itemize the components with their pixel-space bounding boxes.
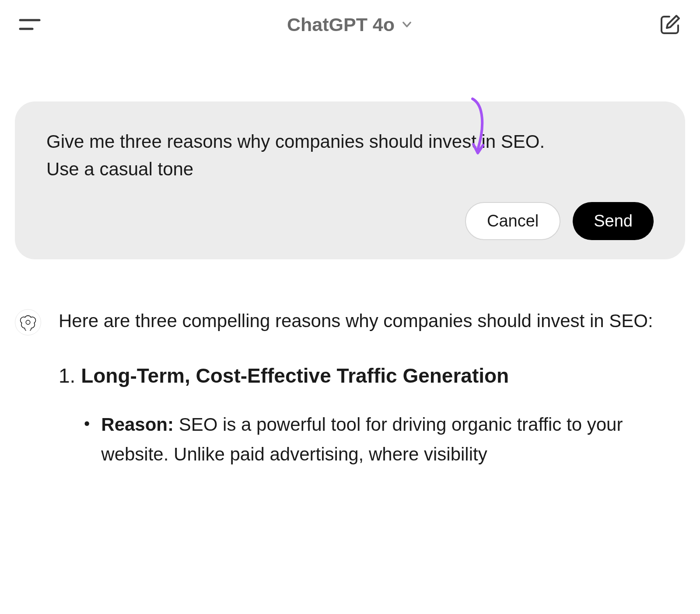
bullet-label: Reason: (101, 414, 174, 435)
response-intro: Here are three compelling reasons why co… (59, 307, 676, 335)
svg-point-2 (26, 320, 30, 324)
app-header: ChatGPT 4o (0, 0, 700, 49)
bullet-body: SEO is a powerful tool for driving organ… (101, 414, 623, 464)
message-edit-card: Give me three reasons why companies shou… (15, 101, 685, 259)
bottom-fade (0, 575, 700, 614)
assistant-avatar-icon (15, 309, 41, 335)
model-selector[interactable]: ChatGPT 4o (287, 14, 413, 35)
compose-icon[interactable] (659, 13, 682, 36)
model-title: ChatGPT 4o (287, 14, 395, 35)
menu-icon[interactable] (18, 17, 41, 32)
response-body: Here are three compelling reasons why co… (59, 307, 685, 469)
chevron-down-icon (401, 18, 413, 31)
edit-actions: Cancel Send (46, 202, 654, 240)
bullet-dot-icon: • (84, 410, 90, 468)
cancel-button[interactable]: Cancel (465, 202, 560, 240)
assistant-response: Here are three compelling reasons why co… (15, 307, 685, 469)
bullet-text: Reason: SEO is a powerful tool for drivi… (101, 410, 676, 468)
response-bullet: • Reason: SEO is a powerful tool for dri… (84, 410, 676, 468)
heading-number: 1. (59, 364, 75, 387)
message-edit-input[interactable]: Give me three reasons why companies shou… (46, 128, 654, 183)
send-button[interactable]: Send (573, 202, 654, 240)
heading-text: Long-Term, Cost-Effective Traffic Genera… (81, 364, 509, 387)
response-heading-1: 1. Long-Term, Cost-Effective Traffic Gen… (59, 360, 676, 391)
